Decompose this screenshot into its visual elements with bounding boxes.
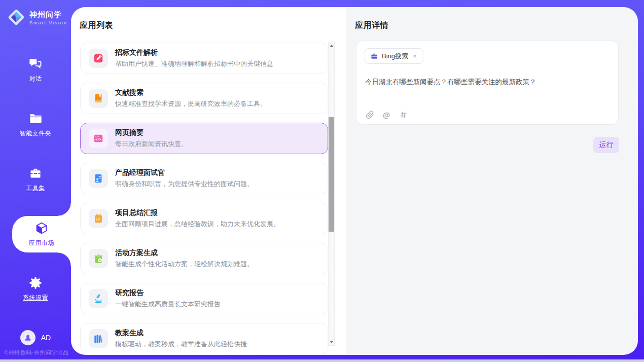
sidebar-item-label: 工具集 [26,184,45,193]
app-list-item[interactable]: 招标文件解析 帮助用户快速、准确地理解和解析招标书中的关键信息 [80,43,328,74]
app-description: 帮助用户快速、准确地理解和解析招标书中的关键信息 [115,59,273,68]
sidebar-item-toolset[interactable]: 工具集 [0,161,71,198]
list-scrollbar[interactable] [328,42,335,346]
sidebar: 神州问学 Smart Vision 对话 智能文件夹 工具集 应用市场 系统设置… [0,0,71,359]
brand-tagline: Smart Vision [29,21,67,26]
tool-chip-label: Bing搜索 [382,52,408,61]
brand-logo-icon [7,8,25,28]
brand: 神州问学 Smart Vision [0,0,71,28]
app-list-item[interactable]: 研究报告 一键智能生成高质量长文本研究报告 [80,283,328,314]
app-description: 全面回顾项目进展，总结经验教训，助力未来优化发展。 [115,220,280,229]
literature-book-icon [89,89,108,108]
app-description: 快速精准查找学术资源，提高研究效率的必备工具。 [115,99,267,108]
webpage-code-icon: </> [89,129,108,148]
app-name: 活动方案生成 [115,248,254,258]
composer-toolbar: @ [365,110,408,119]
sidebar-item-label: 系统设置 [23,294,48,302]
app-list-item[interactable]: </> 网页摘要 每日政府新闻资讯快查。 [80,123,328,154]
mention-icon[interactable]: @ [382,110,391,119]
app-detail-title: 应用详情 [355,20,388,31]
hash-icon[interactable] [399,110,408,119]
tool-chip-bing-search[interactable]: Bing搜索 × [365,48,423,64]
app-list-item[interactable]: 教案生成 模板驱动，教案秒成，教学准备从此轻松快捷 [80,323,328,354]
sidebar-item-label: 应用市场 [29,239,54,247]
app-list-item[interactable]: 产品经理面试官 明确身份和职责，为您提供专业性的面试问题。 [80,163,328,194]
sidebar-nav: 对话 智能文件夹 工具集 应用市场 系统设置 [0,52,71,325]
scroll-up-button[interactable] [329,42,334,49]
sidebar-item-smart-folders[interactable]: 智能文件夹 [0,106,71,143]
microscope-icon [89,289,108,308]
app-name: 网页摘要 [115,128,188,137]
books-icon [89,329,108,348]
app-list-item[interactable]: 文献搜索 快速精准查找学术资源，提高研究效率的必备工具。 [80,83,328,114]
paperclip-icon[interactable] [365,110,374,119]
user-row[interactable]: AD [0,330,71,345]
app-description: 智能生成个性化活动方案，轻松解决规划难题。 [115,260,254,269]
clipboard-check-icon [89,249,108,268]
gear-icon [28,276,43,290]
sidebar-item-app-market[interactable]: 应用市场 [12,216,71,252]
app-list-title: 应用列表 [80,20,113,31]
app-description: 一键智能生成高质量长文本研究报告 [115,300,221,309]
run-button[interactable]: 运行 [593,137,619,153]
avatar[interactable] [20,330,35,345]
scroll-down-icon [330,341,334,343]
sidebar-item-label: 对话 [29,75,42,83]
app-list-item[interactable]: 活动方案生成 智能生成个性化活动方案，轻松解决规划难题。 [80,243,328,274]
sidebar-item-system-settings[interactable]: 系统设置 [0,271,71,307]
app-name: 研究报告 [115,288,221,298]
prompt-card: Bing搜索 × 今日湖北有哪些新闻要点？有哪些需要关注的最新政策？ @ [356,41,619,125]
briefcase-icon [370,52,378,60]
sidebar-footer: ©神州数码·神州问学出品 [4,349,69,356]
cube-icon [34,221,49,235]
scrollbar-thumb[interactable] [329,117,334,232]
folder-icon [28,112,43,126]
interview-doc-icon [89,169,108,188]
notepad-icon [89,209,108,228]
app-name: 教案生成 [115,329,247,338]
bottom-edge-bar [0,359,644,362]
app-card-list: 招标文件解析 帮助用户快速、准确地理解和解析招标书中的关键信息 文献搜索 快速精… [80,43,328,355]
app-name: 文献搜索 [115,88,267,97]
app-list-panel: 应用列表 招标文件解析 帮助用户快速、准确地理解和解析招标书中的关键信息 文献搜… [71,7,346,355]
svg-text:</>: </> [95,137,101,141]
scroll-down-button[interactable] [329,338,334,345]
app-list-item[interactable]: 项目总结汇报 全面回顾项目进展，总结经验教训，助力未来优化发展。 [80,203,328,234]
chat-icon [28,57,43,71]
app-detail-panel: 应用详情 Bing搜索 × 今日湖北有哪些新闻要点？有哪些需要关注的最新政策？ … [346,7,638,355]
brand-name: 神州问学 [29,11,67,19]
query-text-input[interactable]: 今日湖北有哪些新闻要点？有哪些需要关注的最新政策？ [365,77,609,87]
user-name: AD [41,334,51,342]
app-description: 每日政府新闻资讯快查。 [115,139,188,149]
app-name: 产品经理面试官 [115,168,254,177]
scroll-up-icon [330,45,334,47]
app-description: 明确身份和职责，为您提供专业性的面试问题。 [115,179,254,189]
close-icon[interactable]: × [412,52,418,60]
app-description: 模板驱动，教案秒成，教学准备从此轻松快捷 [115,340,247,349]
sidebar-item-chat[interactable]: 对话 [0,52,71,88]
sidebar-item-label: 智能文件夹 [20,129,52,138]
toolbox-icon [28,166,43,180]
app-name: 项目总结汇报 [115,208,280,218]
tender-doc-icon [89,49,108,68]
content-area: 应用列表 招标文件解析 帮助用户快速、准确地理解和解析招标书中的关键信息 文献搜… [71,7,638,355]
app-name: 招标文件解析 [115,48,273,57]
